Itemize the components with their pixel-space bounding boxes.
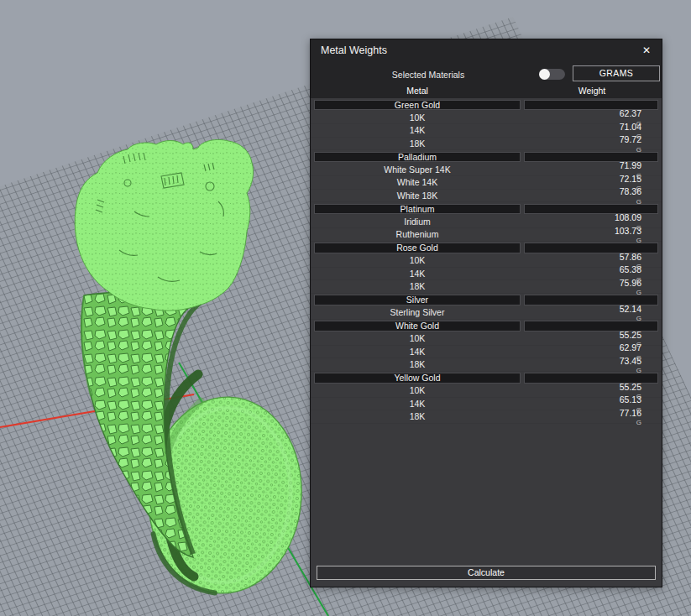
metal-label: White 14K [311, 177, 524, 187]
metal-label: 18K [311, 138, 524, 149]
weight-value: 55.25G [524, 382, 662, 399]
weight-unit: G [526, 120, 641, 128]
weight-number: 108.09 [524, 212, 641, 222]
weight-unit: G [526, 133, 641, 140]
weight-unit: G [526, 172, 641, 180]
metal-label: 18K [311, 359, 524, 369]
weight-value: 55.25G [524, 330, 662, 347]
metal-label: 10K [311, 385, 524, 395]
weight-number: 55.25 [524, 382, 641, 392]
metal-label: Sterling Silver [311, 307, 524, 317]
metal-row: White Super 14K71.99G [311, 164, 662, 177]
metal-group-name: Rose Gold [314, 243, 521, 253]
weight-unit: G [526, 354, 641, 362]
metal-label: 10K [311, 255, 524, 265]
weight-unit: G [526, 315, 641, 322]
weight-number: 55.25 [524, 330, 641, 340]
weight-unit: G [526, 289, 641, 296]
metal-group-name: Yellow Gold [314, 373, 521, 384]
selected-materials-toggle[interactable] [539, 69, 565, 80]
metal-label: Ruthenium [311, 229, 524, 239]
metal-group-name: Green Gold [314, 100, 521, 111]
weight-number: 52.14 [524, 304, 641, 314]
metal-label: 14K [311, 125, 524, 135]
weight-unit: G [526, 393, 641, 400]
weight-number: 71.99 [524, 160, 641, 170]
weight-unit: G [526, 224, 641, 232]
weight-unit: G [526, 198, 641, 206]
metal-group-name: Platinum [314, 204, 521, 215]
metal-group-name: White Gold [314, 321, 521, 331]
model-head [75, 139, 253, 311]
weight-unit: G [526, 185, 641, 192]
metal-row: Sterling Silver52.14G [311, 306, 662, 320]
weight-unit: G [526, 367, 641, 374]
metal-label: 14K [311, 347, 524, 357]
weight-unit: G [526, 146, 641, 154]
metal-row: 10K55.25G [311, 332, 662, 346]
panel-header[interactable]: Metal Weights ✕ Selected Materials GRAMS… [311, 39, 662, 98]
metal-row: 10K57.86G [311, 254, 662, 268]
weight-unit: G [526, 341, 641, 348]
metal-group-name: Palladium [314, 152, 521, 163]
metal-weights-panel: Metal Weights ✕ Selected Materials GRAMS… [310, 39, 662, 587]
metal-label: White 18K [311, 191, 524, 201]
weight-unit: G [526, 419, 641, 426]
metal-row: 10K55.25G [311, 384, 662, 398]
metal-table: Green Gold10K62.37G14K71.04G18K79.72GPal… [311, 98, 662, 424]
weight-unit: G [526, 263, 641, 270]
column-header-weight: Weight [524, 86, 660, 97]
column-header-metal: Metal [314, 86, 521, 97]
weight-unit: G [526, 406, 641, 414]
weight-value: 57.86G [524, 252, 662, 269]
metal-row: Iridium108.09G [311, 216, 662, 229]
panel-title: Metal Weights [321, 44, 387, 56]
weight-number: 57.86 [524, 252, 641, 262]
weight-unit: G [526, 276, 641, 284]
weight-value: 62.37G [524, 108, 662, 126]
panel-body: Green Gold10K62.37G14K71.04G18K79.72GPal… [311, 98, 662, 587]
weight-number: 62.37 [524, 108, 641, 118]
metal-label: 10K [311, 333, 524, 343]
metal-label: 14K [311, 399, 524, 409]
metal-group-name: Silver [314, 295, 521, 305]
metal-label: White Super 14K [311, 164, 524, 175]
weight-value: 71.99G [524, 160, 662, 178]
calculate-button[interactable]: Calculate [317, 566, 656, 580]
weight-unit: G [526, 237, 641, 244]
units-button[interactable]: GRAMS [573, 65, 660, 81]
close-icon[interactable]: ✕ [639, 43, 654, 58]
metal-label: 18K [311, 411, 524, 421]
selected-materials-label: Selected Materials [311, 70, 546, 80]
weight-value: 108.09G [524, 212, 662, 230]
metal-row: 10K62.37G [311, 112, 662, 125]
toggle-knob [539, 69, 550, 80]
metal-label: 14K [311, 269, 524, 279]
weight-value: 52.14G [524, 304, 662, 321]
metal-label: Iridium [311, 217, 524, 227]
metal-label: 10K [311, 112, 524, 123]
metal-label: 18K [311, 281, 524, 291]
